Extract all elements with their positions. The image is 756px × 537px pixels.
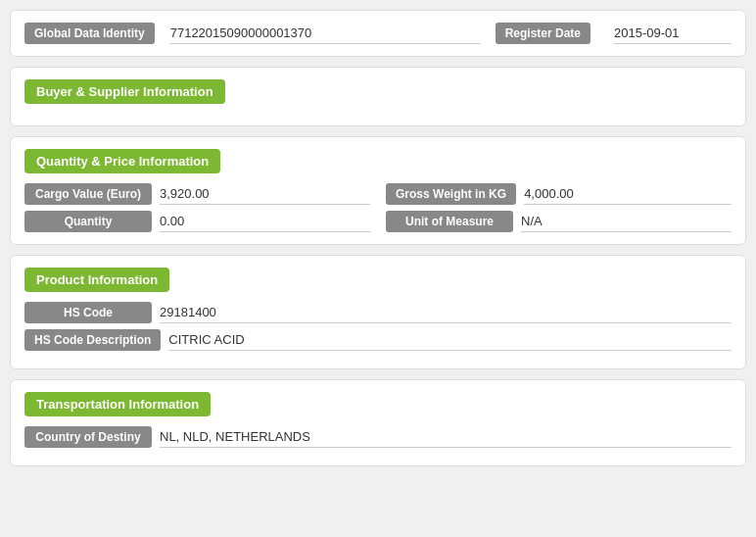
hs-code-value: 29181400 [160, 302, 732, 323]
quantity-price-header: Quantity & Price Information [24, 149, 220, 173]
quantity-price-card: Quantity & Price Information Cargo Value… [10, 136, 746, 245]
unit-measure-value: N/A [521, 211, 732, 232]
product-header: Product Information [24, 268, 169, 292]
buyer-supplier-card: Buyer & Supplier Information [10, 67, 746, 126]
buyer-supplier-header: Buyer & Supplier Information [24, 79, 225, 104]
quantity-label: Quantity [24, 211, 152, 232]
hs-code-label: HS Code [24, 302, 152, 323]
global-data-card: Global Data Identity 7712201509000000137… [10, 10, 746, 57]
quantity-value: 0.00 [160, 211, 370, 232]
gross-weight-label: Gross Weight in KG [386, 183, 516, 205]
cargo-label: Cargo Value (Euro) [24, 183, 152, 205]
transportation-card: Transportation Information Country of De… [10, 379, 746, 466]
gross-weight-value: 4,000.00 [524, 183, 732, 205]
country-value: NL, NLD, NETHERLANDS [160, 426, 732, 448]
unit-measure-field: Unit of Measure N/A [386, 211, 732, 232]
hs-code-row: HS Code 29181400 [24, 302, 732, 323]
hs-desc-value: CITRIC ACID [168, 329, 732, 351]
country-label: Country of Destiny [24, 426, 152, 448]
product-card: Product Information HS Code 29181400 HS … [10, 255, 746, 369]
transportation-header: Transportation Information [24, 392, 211, 416]
global-data-value: 77122015090000001370 [170, 23, 480, 44]
unit-measure-label: Unit of Measure [386, 211, 513, 232]
gross-weight-field: Gross Weight in KG 4,000.00 [386, 183, 732, 205]
cargo-value: 3,920.00 [160, 183, 370, 205]
register-date-label: Register Date [496, 23, 591, 44]
quantity-field: Quantity 0.00 [24, 211, 370, 232]
country-row: Country of Destiny NL, NLD, NETHERLANDS [24, 426, 732, 448]
global-data-label: Global Data Identity [24, 23, 155, 44]
cargo-field: Cargo Value (Euro) 3,920.00 [24, 183, 370, 205]
hs-desc-label: HS Code Description [24, 329, 161, 351]
register-date-value: 2015-09-01 [614, 23, 732, 44]
hs-desc-row: HS Code Description CITRIC ACID [24, 329, 732, 351]
